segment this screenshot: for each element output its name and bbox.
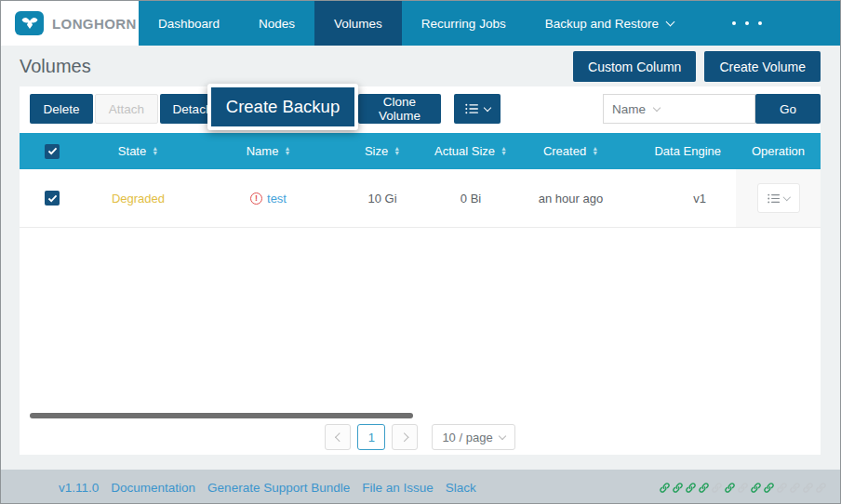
size-cell: 10 Gi [345, 192, 420, 206]
nav-item-label: Backup and Restore [545, 17, 659, 31]
search-field-select[interactable]: Name [603, 94, 669, 124]
custom-column-button[interactable]: Custom Column [573, 51, 696, 82]
search-field-value: Name [612, 102, 646, 116]
chain-link-icon [685, 482, 697, 494]
clone-volume-button[interactable]: Clone Volume [358, 94, 441, 124]
operation-cell [736, 169, 821, 227]
chain-link-icon [698, 482, 710, 494]
footer-link-file-an-issue[interactable]: File an Issue [362, 481, 434, 495]
bulk-actions-dropdown-button[interactable] [454, 94, 501, 124]
created-cell: an hour ago [522, 192, 620, 206]
connection-status-icons [659, 482, 827, 494]
check-icon [47, 147, 58, 155]
create-volume-button[interactable]: Create Volume [704, 51, 821, 82]
top-navbar: LONGHORN DashboardNodesVolumesRecurring … [1, 1, 840, 46]
chain-link-icon [711, 482, 723, 494]
unordered-list-icon [768, 193, 781, 204]
column-header-size[interactable]: Size▲▼ [345, 144, 420, 158]
nav-menu: DashboardNodesVolumesRecurring JobsBacku… [139, 1, 693, 46]
chevron-down-icon [653, 104, 661, 112]
brand-name: LONGHORN [52, 16, 137, 32]
brand[interactable]: LONGHORN [1, 1, 139, 46]
footer-links: v1.11.0DocumentationGenerate Support Bun… [59, 481, 476, 495]
column-header-operation: Operation [736, 144, 821, 158]
table-header-row: State▲▼Name▲▼Size▲▼Actual Size▲▼Created▲… [20, 133, 821, 169]
attach-button[interactable]: Attach [95, 94, 158, 124]
chevron-left-icon [335, 432, 343, 441]
nav-item-label: Volumes [334, 17, 382, 31]
chevron-down-icon [498, 432, 505, 440]
chain-link-icon [724, 482, 736, 494]
page-size-select[interactable]: 10 / page [432, 424, 514, 450]
footer-link-slack[interactable]: Slack [446, 481, 476, 495]
go-button[interactable]: Go [755, 94, 821, 124]
longhorn-app-window: LONGHORN DashboardNodesVolumesRecurring … [0, 0, 841, 504]
next-page-button[interactable] [392, 424, 418, 450]
chain-link-icon [776, 482, 788, 494]
delete-button[interactable]: Delete [30, 94, 93, 124]
column-label: Actual Size [434, 144, 495, 158]
table-row: Degraded ! test 10 Gi 0 Bi an hour ago v… [20, 169, 821, 228]
nav-item-dashboard[interactable]: Dashboard [139, 1, 239, 46]
prev-page-button[interactable] [325, 424, 351, 450]
footer-link-generate-support-bundle[interactable]: Generate Support Bundle [207, 481, 350, 495]
page-size-value: 10 / page [442, 431, 492, 444]
chain-link-icon [802, 482, 814, 494]
row-select-cell [20, 191, 85, 206]
longhorn-logo-icon [15, 11, 44, 35]
column-label: Data Engine [654, 144, 721, 158]
ellipsis-menu-icon[interactable] [732, 1, 762, 46]
row-checkbox[interactable] [45, 191, 60, 206]
footer: v1.11.0DocumentationGenerate Support Bun… [1, 470, 840, 504]
nav-item-label: Recurring Jobs [421, 17, 506, 31]
page-header-actions: Custom Column Create Volume [573, 51, 821, 82]
column-label: Created [543, 144, 586, 158]
sort-carets-icon: ▲▼ [152, 147, 158, 155]
page-header: Volumes Custom Column Create Volume [1, 46, 840, 86]
sort-carets-icon: ▲▼ [284, 147, 290, 155]
chain-link-icon [789, 482, 801, 494]
chevron-down-icon [783, 193, 791, 201]
column-header-actual-size[interactable]: Actual Size▲▼ [420, 144, 522, 158]
state-cell: Degraded [85, 192, 192, 206]
page-number-button[interactable]: 1 [357, 424, 385, 450]
unordered-list-icon [465, 103, 479, 114]
row-operation-dropdown-button[interactable] [757, 183, 800, 213]
footer-link-documentation[interactable]: Documentation [111, 481, 195, 495]
create-backup-button[interactable]: Create Backup [207, 84, 358, 130]
data-engine-cell: v1 [620, 192, 736, 206]
bull-icon [20, 16, 40, 32]
page-title: Volumes [20, 56, 91, 77]
nav-item-recurring-jobs[interactable]: Recurring Jobs [402, 1, 526, 46]
column-header-data-engine: Data Engine [620, 144, 736, 158]
chain-link-icon [737, 482, 749, 494]
chain-link-icon [659, 482, 671, 494]
column-header-created[interactable]: Created▲▼ [522, 144, 620, 158]
column-label: Name [247, 144, 279, 158]
chevron-down-icon [483, 104, 490, 112]
nav-item-volumes[interactable]: Volumes [314, 1, 402, 46]
chain-link-icon [763, 482, 775, 494]
search-input[interactable] [668, 94, 755, 124]
volume-name-link[interactable]: test [267, 192, 287, 206]
pagination: 1 10 / page [20, 424, 821, 450]
horizontal-scrollbar[interactable] [30, 413, 413, 418]
chain-link-icon [672, 482, 684, 494]
check-icon [47, 194, 58, 203]
column-header-name[interactable]: Name▲▼ [192, 144, 345, 158]
column-label: Size [365, 144, 388, 158]
sort-carets-icon: ▲▼ [501, 147, 507, 155]
chevron-down-icon [666, 18, 675, 27]
nav-item-backup-and-restore[interactable]: Backup and Restore [526, 1, 693, 46]
footer-link-v1-11-0[interactable]: v1.11.0 [59, 481, 99, 495]
sort-carets-icon: ▲▼ [592, 147, 598, 155]
warning-icon: ! [250, 192, 262, 205]
sort-carets-icon: ▲▼ [394, 147, 400, 155]
select-all-checkbox[interactable] [45, 144, 60, 159]
nav-item-nodes[interactable]: Nodes [239, 1, 314, 46]
volumes-panel: Delete Attach Detach Clone Volume Create… [20, 86, 821, 455]
chain-link-icon [815, 482, 827, 494]
name-cell: ! test [192, 192, 345, 206]
column-label: Operation [752, 144, 805, 158]
column-header-state[interactable]: State▲▼ [85, 144, 192, 158]
